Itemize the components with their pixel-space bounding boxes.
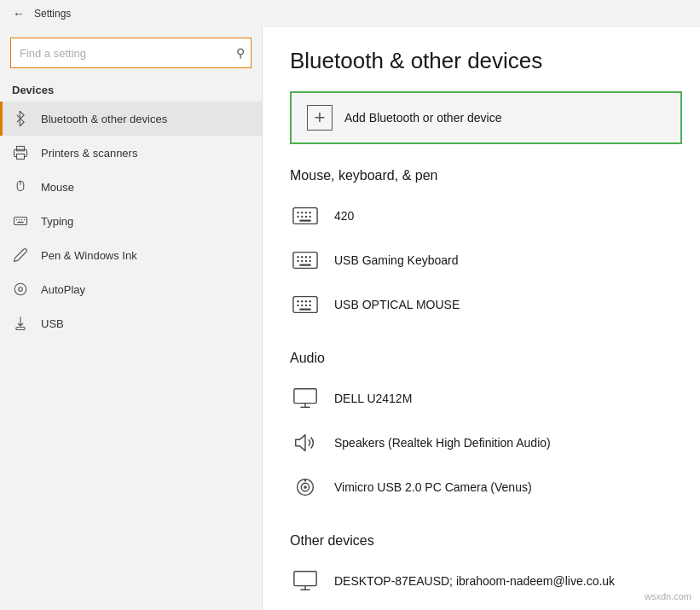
device-name-usb-mouse: USB OPTICAL MOUSE [334,298,460,311]
svg-point-10 [14,283,26,295]
usb-icon [12,315,29,332]
sidebar-item-label-usb: USB [41,317,64,330]
section-title-mouse-keyboard: Mouse, keyboard, & pen [290,168,673,183]
keyboard-icon-1 [290,245,321,276]
sidebar-item-label-mouse: Mouse [41,181,74,194]
device-list-mouse-keyboard: 420 USB Gaming Keyboard USB OPTICAL MOUS… [290,194,673,327]
svg-rect-0 [17,147,25,151]
sidebar-item-label-bluetooth: Bluetooth & other devices [41,113,167,125]
search-input[interactable] [10,38,252,68]
section-title-audio: Audio [290,351,673,366]
sidebar-item-label-pen: Pen & Windows Ink [41,249,137,262]
sidebar-item-typing[interactable]: Typing [0,204,262,238]
content-area: Bluetooth & other devices + Add Bluetoot… [263,27,700,610]
device-item: 420 [290,194,673,238]
titlebar: ← Settings [0,0,700,27]
sidebar-item-usb[interactable]: USB [0,306,262,340]
device-list-audio: DELL U2412M Speakers (Realtek High Defin… [290,376,673,509]
device-name-dell: DELL U2412M [334,392,412,405]
sidebar-item-label-autoplay: AutoPlay [41,283,85,296]
watermark: wsxdn.com [645,591,691,601]
keyboard-icon-0 [290,200,321,231]
back-icon: ← [13,7,25,20]
device-name-camera: Vimicro USB 2.0 PC Camera (Venus) [334,480,532,494]
desktop-icon [290,566,321,596]
search-container: ⚲ [10,38,252,68]
sidebar-item-label-typing: Typing [41,215,73,228]
sidebar-item-printers[interactable]: Printers & scanners [0,136,262,170]
svg-rect-42 [294,389,316,404]
device-list-other: DESKTOP-87EAUSD; ibrahoom-nadeem@live.co… [290,559,673,603]
device-item: USB OPTICAL MOUSE [290,282,673,327]
device-item: Speakers (Realtek High Definition Audio) [290,421,673,465]
page-title: Bluetooth & other devices [290,48,673,74]
svg-rect-50 [294,572,316,586]
main-layout: ⚲ Devices Bluetooth & other devices Prin… [0,27,700,610]
svg-rect-1 [17,154,25,160]
keyboard-icon-2 [290,289,321,320]
add-device-button[interactable]: + Add Bluetooth or other device [290,91,682,144]
sidebar-item-bluetooth[interactable]: Bluetooth & other devices [0,102,262,136]
titlebar-title: Settings [34,8,71,20]
section-title-other: Other devices [290,533,673,549]
svg-point-11 [19,288,23,292]
device-item: DELL U2412M [290,376,673,421]
sidebar: ⚲ Devices Bluetooth & other devices Prin… [0,27,263,610]
svg-rect-4 [14,218,27,225]
device-item: Vimicro USB 2.0 PC Camera (Venus) [290,465,673,509]
sidebar-item-autoplay[interactable]: AutoPlay [0,272,262,306]
svg-marker-45 [296,435,305,451]
device-item: DESKTOP-87EAUSD; ibrahoom-nadeem@live.co… [290,559,673,603]
back-button[interactable]: ← [10,5,27,22]
speaker-icon [290,427,321,458]
pen-icon [12,247,29,264]
sidebar-item-mouse[interactable]: Mouse [0,170,262,204]
add-device-label: Add Bluetooth or other device [344,111,501,125]
sidebar-item-label-printers: Printers & scanners [41,147,137,160]
printer-icon [12,144,29,161]
camera-icon [290,472,321,503]
device-item: USB Gaming Keyboard [290,238,673,282]
device-name-desktop: DESKTOP-87EAUSD; ibrahoom-nadeem@live.co… [334,574,615,588]
mouse-icon [12,178,29,195]
svg-point-48 [304,485,307,489]
bluetooth-icon [12,110,29,127]
sidebar-section-label: Devices [0,80,262,102]
device-name-usb-keyboard: USB Gaming Keyboard [334,253,459,267]
typing-icon [12,212,29,229]
sidebar-item-pen[interactable]: Pen & Windows Ink [0,238,262,272]
device-name-420: 420 [334,209,354,223]
add-icon: + [307,105,333,131]
device-name-speakers: Speakers (Realtek High Definition Audio) [334,436,551,450]
autoplay-icon [12,281,29,298]
monitor-icon [290,383,321,414]
